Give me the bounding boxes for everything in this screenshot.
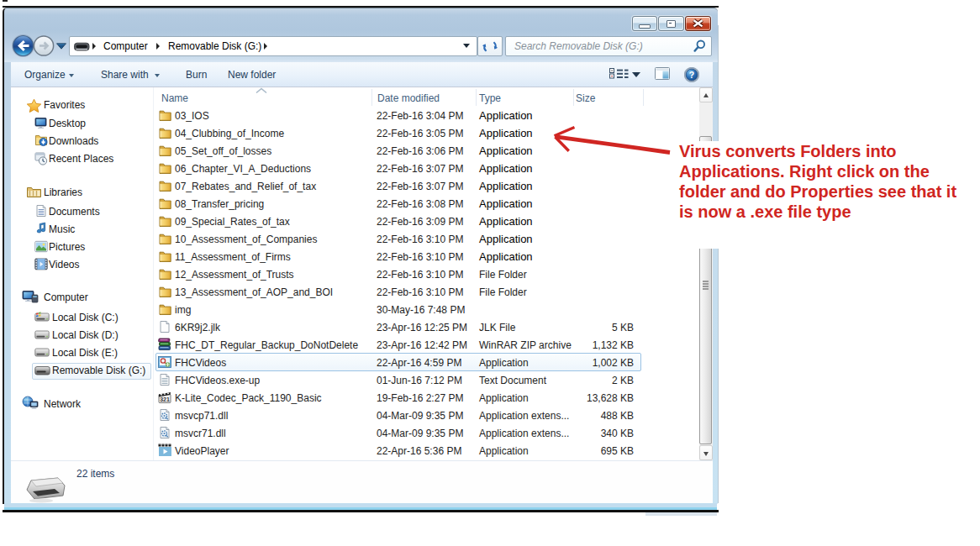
svg-text:321: 321 [160, 396, 170, 402]
svg-text:?: ? [689, 70, 694, 80]
